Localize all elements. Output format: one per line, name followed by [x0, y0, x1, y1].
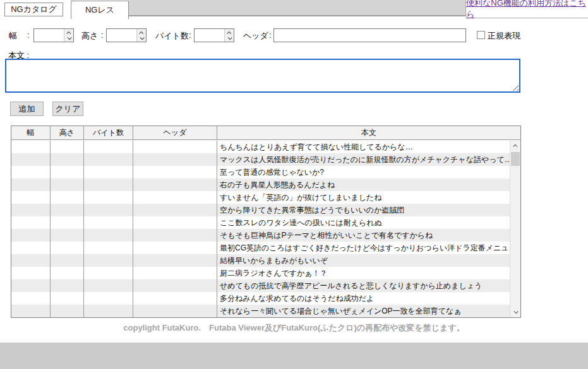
cell-header — [133, 204, 217, 216]
scroll-down-icon[interactable] — [510, 307, 520, 317]
cell-bytes — [84, 166, 133, 179]
spin-down-icon[interactable] — [67, 35, 71, 40]
height-input[interactable] — [107, 29, 136, 42]
cell-body: 多分ねみんな求めてるのはそうだね成功だよ — [217, 292, 510, 305]
tab-ng-catalog[interactable]: NGカタログ — [4, 3, 63, 16]
cell-height — [51, 166, 84, 179]
cell-body: それなら一々聞いてる場合じゃ無いぜぇメインOP一致を全部育てなぁ — [217, 305, 510, 317]
cell-width — [11, 153, 51, 166]
col-header-width: 幅 — [11, 126, 51, 139]
table-row[interactable]: 厨二病ラジオさんですかぁ！？ — [11, 267, 510, 279]
cell-body: ちんちんはとりあえず育てて損ない性能してるからな… — [217, 141, 510, 153]
help-link-box: 便利なNG機能の利用方法はこちら — [465, 0, 588, 18]
cell-height — [51, 305, 84, 317]
cell-bytes — [84, 254, 133, 267]
table-row[interactable]: せめてもの抵抗で高学歴アピールされると悲しくなりますから止めましょう — [11, 279, 510, 292]
col-header-height: 高さ — [51, 126, 84, 139]
cell-height — [51, 254, 84, 267]
height-colon: : — [101, 30, 104, 40]
cell-body: そもそも巨神鳥はPテーマと相性がいいことで有名ですからね — [217, 229, 510, 242]
ng-settings-window: NGカタログ NGレス 便利なNG機能の利用方法はこちら 幅 : 高さ : バイ… — [0, 0, 588, 369]
cell-height — [51, 242, 84, 254]
table-row[interactable]: そもそも巨神鳥はPテーマと相性がいいことで有名ですからね — [11, 229, 510, 242]
cell-height — [51, 292, 84, 305]
table-row[interactable]: 空から降りてきた異常事態はどうでもいいのか盗賊団 — [11, 204, 510, 216]
cell-bytes — [84, 204, 133, 216]
bytes-stepper — [194, 28, 234, 42]
cell-bytes — [84, 153, 133, 166]
regex-checkbox[interactable] — [477, 31, 485, 39]
table-row[interactable]: ちんちんはとりあえず育てて損ない性能してるからな… — [11, 141, 510, 153]
table-row[interactable]: 至って普通の感覚じゃないか? — [11, 166, 510, 179]
table-row[interactable]: 右の子も異星人形態あるんだよね — [11, 179, 510, 191]
col-header-bytes: バイト数 — [84, 126, 133, 139]
tab-strip: NGカタログ NGレス 便利なNG機能の利用方法はこちら — [0, 0, 588, 19]
cell-width — [11, 267, 51, 279]
table-row[interactable]: マックスは人気怪獣復活が売りだったのに新規怪獣の方がメチャクチャな話やって… — [11, 153, 510, 166]
width-label: 幅 — [9, 30, 17, 42]
tab-ng-res[interactable]: NGレス — [71, 1, 129, 19]
cell-width — [11, 305, 51, 317]
spin-up-icon[interactable] — [66, 31, 71, 35]
table-row[interactable]: すいません「英語の」が抜けてしまいましたね — [11, 191, 510, 204]
cell-width — [11, 179, 51, 191]
cell-header — [133, 229, 217, 242]
table-row[interactable]: 結構早いからまもみがもいいぞ — [11, 254, 510, 267]
cell-header — [133, 305, 217, 317]
cell-body: マックスは人気怪獣復活が売りだったのに新規怪獣の方がメチャクチャな話やって… — [217, 153, 510, 166]
bottom-bar — [0, 343, 588, 369]
table-row[interactable]: ここ数スレのワタシ達への扱いには耐えられぬ — [11, 216, 510, 229]
cell-header — [133, 141, 217, 153]
cell-width — [11, 204, 51, 216]
header-input[interactable] — [273, 28, 466, 42]
spin-down-icon[interactable] — [227, 35, 232, 40]
body-textarea[interactable] — [5, 59, 520, 93]
add-button[interactable]: 追加 — [10, 102, 44, 116]
table-row[interactable]: 最初CG英語のころはすごく好きだったけど今はすっかりおつらい洋ドラ定番メニュ… — [11, 242, 510, 254]
spin-up-icon[interactable] — [227, 31, 231, 35]
cell-bytes — [84, 267, 133, 279]
table-row[interactable]: それなら一々聞いてる場合じゃ無いぜぇメインOP一致を全部育てなぁ — [11, 305, 510, 317]
cell-bytes — [84, 305, 133, 317]
cell-header — [133, 279, 217, 292]
spin-up-icon[interactable] — [139, 31, 143, 35]
spin-down-icon[interactable] — [140, 35, 144, 40]
scrollbar-thumb[interactable] — [511, 152, 520, 166]
scroll-up-icon[interactable] — [510, 141, 520, 151]
width-input[interactable] — [34, 29, 64, 42]
clear-button[interactable]: クリア — [52, 102, 83, 116]
cell-header — [133, 216, 217, 229]
bytes-input[interactable] — [195, 29, 224, 42]
cell-header — [133, 153, 217, 166]
header-label: ヘッダ — [243, 30, 268, 42]
cell-height — [51, 216, 84, 229]
cell-header — [133, 179, 217, 191]
bytes-spin-buttons[interactable] — [224, 29, 234, 42]
cell-width — [11, 141, 51, 153]
header-colon: : — [269, 30, 272, 40]
cell-body: 至って普通の感覚じゃないか? — [217, 166, 510, 179]
vertical-scrollbar[interactable] — [510, 141, 520, 317]
ng-list-table: 幅 高さ バイト数 ヘッダ 本文 ちんちんはとりあえず育てて損ない性能してるから… — [11, 126, 521, 318]
cell-width — [11, 166, 51, 179]
height-stepper — [106, 28, 147, 42]
table-body: ちんちんはとりあえず育てて損ない性能してるからな… マックスは人気怪獣復活が売り… — [11, 141, 510, 317]
cell-bytes — [84, 141, 133, 153]
cell-bytes — [84, 242, 133, 254]
table-row[interactable]: 多分ねみんな求めてるのはそうだね成功だよ — [11, 292, 510, 305]
table-header-row: 幅 高さ バイト数 ヘッダ 本文 — [11, 126, 520, 140]
cell-body: 空から降りてきた異常事態はどうでもいいのか盗賊団 — [217, 204, 510, 216]
cell-width — [11, 229, 51, 242]
cell-bytes — [84, 216, 133, 229]
help-link[interactable]: 便利なNG機能の利用方法はこちら — [466, 0, 588, 20]
cell-width — [11, 279, 51, 292]
bytes-colon: : — [189, 30, 191, 40]
cell-body: ここ数スレのワタシ達への扱いには耐えられぬ — [217, 216, 510, 229]
copyright-note: copylight FutaKuro. Futaba Viewer及びFutaK… — [0, 322, 588, 334]
cell-height — [51, 179, 84, 191]
width-spin-buttons[interactable] — [64, 29, 73, 42]
cell-width — [11, 216, 51, 229]
cell-body: せめてもの抵抗で高学歴アピールされると悲しくなりますから止めましょう — [217, 279, 510, 292]
cell-header — [133, 242, 217, 254]
height-spin-buttons[interactable] — [136, 29, 146, 42]
